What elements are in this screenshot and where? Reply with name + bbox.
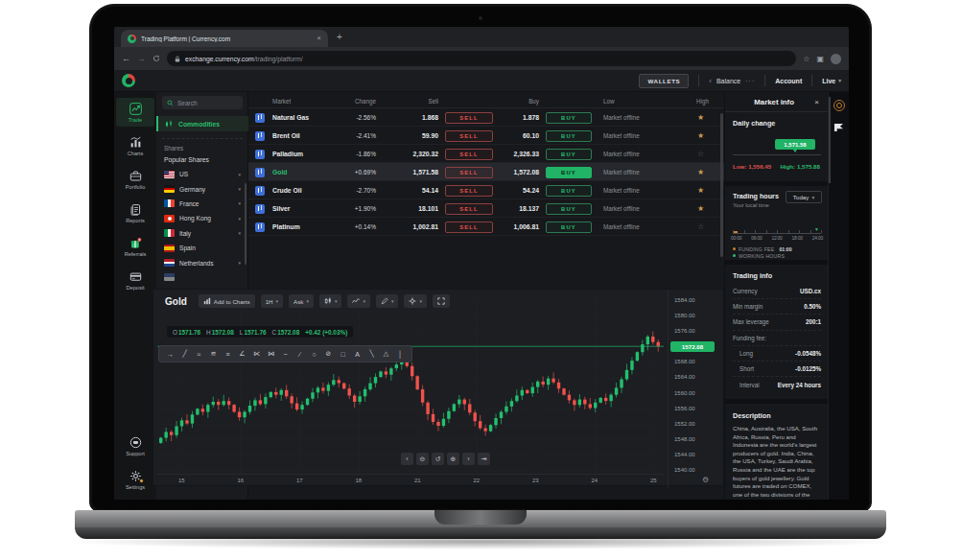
buy-button[interactable]: BUY xyxy=(546,167,592,178)
wallets-button[interactable]: WALLETS xyxy=(639,74,689,88)
sidebar-item-country-netherlands[interactable]: Netherlands▾ xyxy=(156,255,248,269)
buy-button[interactable]: BUY xyxy=(546,149,592,160)
chart-settings-dropdown[interactable]: ▾ xyxy=(404,294,427,308)
table-row-crude-oil[interactable]: Crude Oil-2.70%54.14SELL54.24BUYMarket o… xyxy=(248,181,724,199)
balance-menu[interactable]: ‹ Balance ··· xyxy=(709,77,755,85)
fib-fan-tool[interactable]: ∠ xyxy=(235,350,249,358)
sidebar-item-support[interactable]: Support xyxy=(116,432,154,460)
sidebar-item-deposit[interactable]: Deposit xyxy=(116,266,154,294)
close-tab-icon[interactable]: × xyxy=(317,35,321,42)
zoom-in-button[interactable]: ⊕ xyxy=(447,453,459,465)
fib-retracement-tool[interactable]: ≡ xyxy=(221,351,235,358)
table-row-palladium[interactable]: Palladium-1.86%2,320.32SELL2,326.33BUYMa… xyxy=(248,145,724,163)
sidebar-item-reports[interactable]: Reports xyxy=(116,198,154,227)
back-icon[interactable]: ← xyxy=(122,54,130,63)
sidebar-item-country-hong-kong[interactable]: Hong Kong▾ xyxy=(156,211,248,225)
panel-scrollbar[interactable] xyxy=(829,97,831,183)
sidebar-item-country-italy[interactable]: Italy▾ xyxy=(156,226,248,241)
sidebar-item-country-us[interactable]: US▾ xyxy=(156,167,248,181)
close-icon[interactable]: × xyxy=(814,98,819,106)
sidebar-item-country-germany[interactable]: Germany▾ xyxy=(156,181,248,196)
time-tick-label: 24 xyxy=(592,478,598,483)
account-menu[interactable]: Account xyxy=(775,78,802,84)
sidebar-item-country-france[interactable]: France▾ xyxy=(156,197,248,211)
indicators-dropdown[interactable]: ▾ xyxy=(347,294,370,308)
polygon-tool[interactable]: ○ xyxy=(307,351,321,358)
sidebar-item-trade[interactable]: Trade xyxy=(116,98,154,127)
pattern-tool[interactable]: ⋈ xyxy=(264,350,278,358)
news-feed-icon[interactable] xyxy=(833,123,844,132)
price-axis[interactable]: 1584.001580.001576.001572.001568.001564.… xyxy=(668,290,723,487)
sidebar-item-country-partial[interactable] xyxy=(156,270,248,285)
price-type-dropdown[interactable]: Ask▾ xyxy=(289,294,314,308)
favorite-star-icon[interactable]: ☆ xyxy=(697,218,709,236)
table-row-silver[interactable]: Silver+1.90%18.101SELL18.137BUYMarket of… xyxy=(248,199,724,218)
search-icon xyxy=(167,100,174,106)
favorite-star-icon[interactable]: ★ xyxy=(697,199,709,218)
measure-tool[interactable]: ⊘ xyxy=(321,350,336,358)
text-tool[interactable]: A xyxy=(350,351,364,358)
sidebar-item-referrals[interactable]: Referrals xyxy=(116,232,154,261)
zoom-out-button[interactable]: ⊖ xyxy=(416,453,429,465)
buy-button[interactable]: BUY xyxy=(546,185,592,197)
info-icon[interactable] xyxy=(833,100,845,111)
line-segment-tool[interactable]: ╲ xyxy=(364,350,379,358)
forward-icon[interactable]: → xyxy=(137,54,146,63)
sidebar-item-settings[interactable]: Settings xyxy=(116,465,154,494)
sidebar-item-portfolio[interactable]: Portfolio xyxy=(116,165,154,194)
table-scrollbar[interactable] xyxy=(720,113,723,257)
pan-left-button[interactable]: ‹ xyxy=(401,453,413,465)
triangle-tool[interactable]: △ xyxy=(379,350,393,358)
favorite-star-icon[interactable]: ☆ xyxy=(697,145,709,163)
instrument-name: Natural Gas xyxy=(272,108,309,127)
rectangle-tool[interactable]: □ xyxy=(336,351,350,358)
favorite-star-icon[interactable]: ★ xyxy=(697,163,709,181)
search-box[interactable] xyxy=(162,96,243,109)
polyline-tool[interactable]: ≈ xyxy=(192,351,206,358)
gann-tool[interactable]: ⋉ xyxy=(249,350,264,358)
go-to-end-button[interactable]: ⇥ xyxy=(478,453,490,465)
horizontal-line-tool[interactable]: − xyxy=(278,351,293,358)
instruments-scrollbar[interactable] xyxy=(245,183,247,265)
favorite-star-icon[interactable]: ★ xyxy=(697,181,709,199)
fullscreen-button[interactable] xyxy=(433,294,450,308)
table-row-natural-gas[interactable]: Natural Gas-2.56%1.868SELL1.878BUYMarket… xyxy=(248,108,724,127)
favorite-star-icon[interactable]: ★ xyxy=(697,127,709,145)
buy-button[interactable]: BUY xyxy=(546,112,592,124)
sidebar-item-charts[interactable]: Charts xyxy=(116,131,154,160)
profile-avatar[interactable] xyxy=(831,54,841,64)
vertical-line-tool[interactable]: │ xyxy=(393,351,408,358)
sidebar-item-country-spain[interactable]: Spain xyxy=(156,241,248,255)
browser-tab[interactable]: Trading Platform | Currency.com × xyxy=(121,30,328,47)
pan-right-button[interactable]: › xyxy=(462,453,475,465)
ray-tool[interactable]: ∕ xyxy=(293,351,307,358)
favorite-star-icon[interactable]: ★ xyxy=(697,108,709,127)
currency-logo[interactable] xyxy=(122,74,135,87)
sidebar-item-commodities[interactable]: Commodities xyxy=(156,116,248,131)
axis-settings-gear-icon[interactable]: ⚙ xyxy=(702,476,709,484)
buy-button[interactable]: BUY xyxy=(546,203,592,215)
trend-line-tool[interactable]: ╱ xyxy=(177,350,192,358)
time-axis[interactable]: 151617182122232425 xyxy=(157,474,664,487)
timeframe-dropdown[interactable]: 1H▾ xyxy=(261,294,283,308)
hours-range-dropdown[interactable]: Today ▾ xyxy=(786,191,822,203)
table-row-gold[interactable]: Gold+0.69%1,571.58SELL1,572.08BUYMarket … xyxy=(248,163,724,181)
search-input[interactable] xyxy=(177,100,235,106)
drawing-tools-dropdown[interactable]: ▾ xyxy=(376,294,399,308)
candle-type-dropdown[interactable]: ▾ xyxy=(319,294,342,308)
candlestick-chart[interactable] xyxy=(157,297,664,474)
url-field[interactable]: exchange.currency.com/trading/platform/ xyxy=(167,51,796,66)
zigzag-tool[interactable]: ≋ xyxy=(206,350,221,358)
bookmark-star-icon[interactable]: ☆ xyxy=(803,55,809,63)
live-mode-dropdown[interactable]: Live ▾ xyxy=(822,78,841,84)
add-to-charts-button[interactable]: Add to Charts xyxy=(199,294,255,308)
table-row-platinum[interactable]: Platinum+0.14%1,002.81SELL1,006.81BUYMar… xyxy=(248,218,724,236)
refresh-icon[interactable] xyxy=(153,55,160,62)
extensions-icon[interactable]: ▣ xyxy=(816,55,824,63)
table-row-brent-oil[interactable]: Brent Oil-2.41%59.90SELL60.10BUYMarket o… xyxy=(248,127,724,145)
new-tab-button[interactable]: + xyxy=(337,32,342,43)
reset-view-button[interactable]: ↺ xyxy=(432,453,444,465)
buy-button[interactable]: BUY xyxy=(546,130,592,142)
cursor-arrow-tool[interactable]: → xyxy=(163,351,177,358)
buy-button[interactable]: BUY xyxy=(546,222,592,233)
